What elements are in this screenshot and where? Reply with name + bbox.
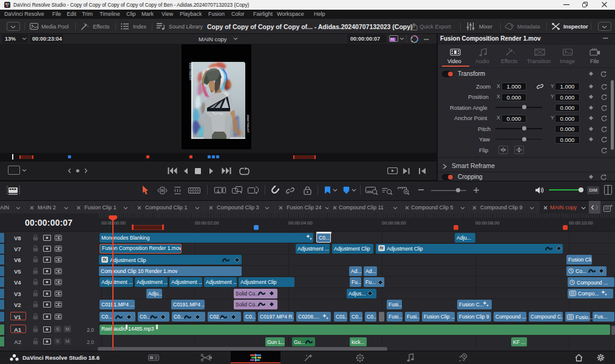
svg-text:JOSH TOOLKIT: JOSH TOOLKIT <box>246 115 250 133</box>
svg-text:FX: FX <box>390 38 394 41</box>
svg-text:JOSH TOOLKIT: JOSH TOOLKIT <box>189 62 192 81</box>
